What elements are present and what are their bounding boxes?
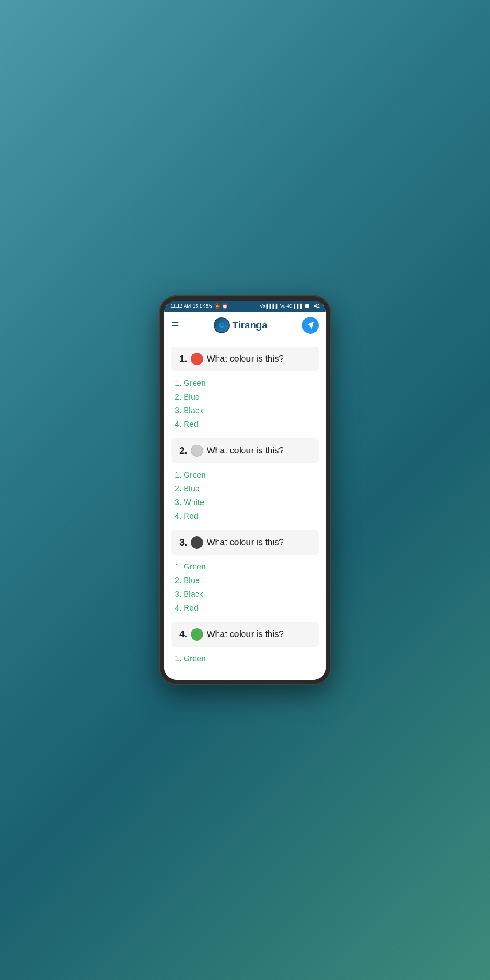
options-list-2: 1. Green 2. Blue 3. White 4. Red: [171, 468, 319, 523]
option-2-2[interactable]: 2. Blue: [175, 482, 315, 496]
color-dot-1: [191, 353, 203, 365]
app-name: Tiranga: [232, 320, 267, 331]
question-card-3: 3. What colour is this?: [171, 530, 319, 555]
phone-frame: 11:12 AM 15.1KB/s 🔕 ⏰ Vo ▌▌▌▌ Vo 4G ▌▌▌ …: [159, 295, 331, 685]
phone-screen: 11:12 AM 15.1KB/s 🔕 ⏰ Vo ▌▌▌▌ Vo 4G ▌▌▌ …: [164, 301, 326, 680]
signal2-icon: ▌▌▌: [294, 304, 303, 309]
sim1-icon: Vo: [260, 304, 265, 309]
telegram-icon: [306, 321, 315, 330]
logo-icon-text: 🌐: [219, 323, 224, 328]
color-dot-4: [191, 628, 203, 641]
option-3-3[interactable]: 3. Black: [175, 588, 315, 601]
signal1-icon: ▌▌▌▌: [266, 304, 279, 309]
option-3-4[interactable]: 4. Red: [175, 601, 315, 615]
options-list-3: 1. Green 2. Blue 3. Black 4. Red: [171, 560, 319, 615]
option-1-3[interactable]: 3. Black: [175, 404, 315, 418]
option-2-3[interactable]: 3. White: [175, 496, 315, 509]
option-1-2[interactable]: 2. Blue: [175, 390, 315, 404]
telegram-button[interactable]: [302, 317, 319, 334]
question-number-3: 3.: [179, 537, 187, 548]
question-card-4: 4. What colour is this?: [171, 622, 319, 647]
option-2-1[interactable]: 1. Green: [175, 468, 315, 482]
option-3-1[interactable]: 1. Green: [175, 560, 315, 574]
color-dot-3: [191, 536, 203, 549]
option-num: 1.: [175, 379, 184, 388]
option-4-1[interactable]: 1. Green: [175, 652, 315, 666]
app-logo: 🌐: [214, 317, 230, 333]
hamburger-menu-button[interactable]: ☰: [171, 320, 179, 331]
option-num: 1.: [175, 654, 184, 663]
status-bar: 11:12 AM 15.1KB/s 🔕 ⏰ Vo ▌▌▌▌ Vo 4G ▌▌▌ …: [164, 301, 326, 312]
options-list-1: 1. Green 2. Blue 3. Black 4. Red: [171, 377, 319, 431]
options-list-4: 1. Green: [171, 652, 319, 666]
option-num: 1.: [175, 471, 184, 479]
option-num: 4.: [175, 603, 184, 612]
question-text-2: What colour is this?: [207, 445, 284, 456]
mute-icon: 🔕: [214, 303, 220, 309]
option-num: 2.: [175, 576, 184, 585]
question-text-1: What colour is this?: [207, 354, 284, 364]
question-number-2: 2.: [179, 445, 187, 456]
option-num: 4.: [175, 420, 184, 429]
option-num: 2.: [175, 484, 184, 493]
option-2-4[interactable]: 4. Red: [175, 509, 315, 523]
color-dot-2: [191, 445, 203, 457]
status-right: Vo ▌▌▌▌ Vo 4G ▌▌▌ 42: [260, 304, 320, 309]
alarm-icon: ⏰: [222, 303, 228, 309]
option-num: 3.: [175, 590, 184, 599]
option-num: 4.: [175, 512, 184, 520]
option-num: 3.: [175, 498, 184, 507]
battery-percent: 42: [315, 304, 320, 309]
question-card-2: 2. What colour is this?: [171, 438, 319, 463]
battery-icon: [305, 304, 313, 308]
option-1-4[interactable]: 4. Red: [175, 418, 315, 431]
question-text-3: What colour is this?: [207, 537, 284, 547]
question-number-4: 4.: [179, 629, 187, 640]
question-card-1: 1. What colour is this?: [171, 347, 319, 371]
option-num: 2.: [175, 392, 184, 401]
app-header: ☰ 🌐 Tiranga: [164, 312, 326, 339]
question-text-4: What colour is this?: [207, 629, 284, 639]
status-time: 11:12 AM: [170, 303, 191, 309]
sim2-icon: Vo 4G: [280, 304, 293, 309]
question-number-1: 1.: [179, 353, 187, 365]
content-area: 1. What colour is this? 1. Green 2. Blue…: [164, 339, 326, 680]
logo-area: 🌐 Tiranga: [214, 317, 267, 333]
option-num: 3.: [175, 406, 184, 415]
option-3-2[interactable]: 2. Blue: [175, 574, 315, 588]
option-num: 1.: [175, 562, 184, 571]
status-speed: 15.1KB/s: [192, 303, 212, 309]
status-left: 11:12 AM 15.1KB/s 🔕 ⏰: [170, 303, 228, 309]
option-1-1[interactable]: 1. Green: [175, 377, 315, 390]
